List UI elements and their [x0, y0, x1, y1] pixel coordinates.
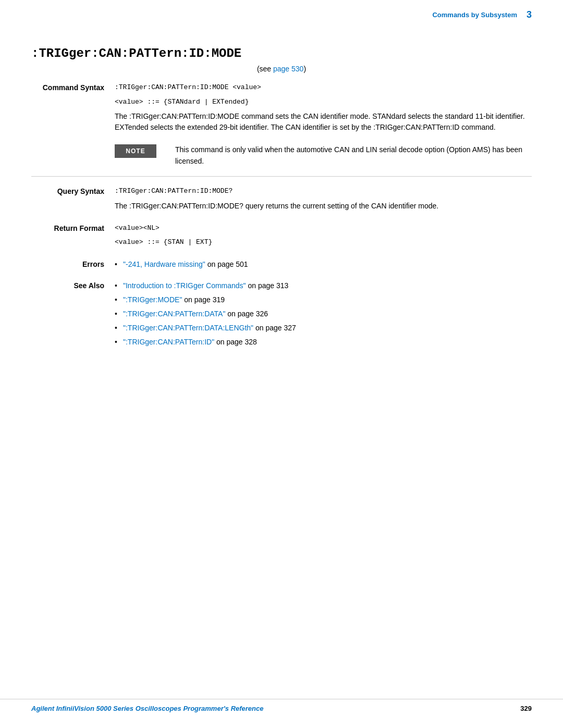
query-syntax-line1: :TRIGger:CAN:PATTern:ID:MODE?	[115, 186, 532, 196]
note-text: This command is only valid when the auto…	[175, 144, 532, 167]
return-format-line2: <value> ::= {STAN | EXT}	[115, 237, 532, 248]
header-page-number: 3	[527, 9, 532, 20]
command-title: :TRIGger:CAN:PATTern:ID:MODE	[31, 46, 532, 60]
see-also-link-0[interactable]: "Introduction to :TRIGger Commands"	[123, 281, 246, 290]
return-format-label: Return Format	[31, 223, 115, 232]
return-format-row: Return Format <value><NL> <value> ::= {S…	[31, 223, 532, 252]
command-syntax-line1: :TRIGger:CAN:PATTern:ID:MODE <value>	[115, 82, 532, 93]
page-header: Commands by Subsystem 3	[0, 0, 563, 26]
see-also-link-4[interactable]: ":TRIGger:CAN:PATTern:ID"	[123, 338, 214, 346]
see-also-suffix-4: on page 328	[214, 338, 257, 346]
note-right: NOTE This command is only valid when the…	[115, 144, 532, 167]
see-also-content: "Introduction to :TRIGger Commands" on p…	[115, 280, 532, 351]
note-label: NOTE	[115, 144, 156, 158]
footer-title: Agilent InfiniiVision 5000 Series Oscill…	[31, 705, 264, 712]
see-also-suffix-3: on page 327	[253, 324, 296, 332]
command-syntax-line2: <value> ::= {STANdard | EXTended}	[115, 97, 532, 107]
see-also-item-0: "Introduction to :TRIGger Commands" on p…	[115, 280, 532, 291]
see-also-link-1[interactable]: ":TRIGger:MODE"	[123, 295, 182, 304]
see-page-link[interactable]: page 530	[273, 65, 303, 73]
see-also-link-2[interactable]: ":TRIGger:CAN:PATTern:DATA"	[123, 310, 225, 318]
error-item-0: "-241, Hardware missing" on page 501	[115, 259, 532, 270]
error-link-0[interactable]: "-241, Hardware missing"	[123, 260, 205, 268]
footer-page-number: 329	[520, 705, 532, 712]
see-also-suffix-1: on page 319	[182, 295, 225, 304]
header-section-title: Commands by Subsystem	[432, 11, 517, 19]
return-format-line1: <value><NL>	[115, 223, 532, 233]
see-also-suffix-2: on page 326	[225, 310, 268, 318]
see-also-link-3[interactable]: ":TRIGger:CAN:PATTern:DATA:LENGth"	[123, 324, 253, 332]
command-syntax-label: Command Syntax	[31, 82, 115, 92]
return-format-content: <value><NL> <value> ::= {STAN | EXT}	[115, 223, 532, 252]
see-also-item-4: ":TRIGger:CAN:PATTern:ID" on page 328	[115, 337, 532, 348]
section-divider	[31, 176, 532, 177]
main-content: :TRIGger:CAN:PATTern:ID:MODE (see page 5…	[0, 26, 563, 389]
see-also-item-3: ":TRIGger:CAN:PATTern:DATA:LENGth" on pa…	[115, 323, 532, 334]
error-suffix-0: on page 501	[205, 260, 248, 268]
query-syntax-content: :TRIGger:CAN:PATTern:ID:MODE? The :TRIGg…	[115, 186, 532, 216]
note-row: NOTE This command is only valid when the…	[31, 144, 532, 167]
command-syntax-content: :TRIGger:CAN:PATTern:ID:MODE <value> <va…	[115, 82, 532, 137]
see-also-label: See Also	[31, 280, 115, 290]
errors-row: Errors "-241, Hardware missing" on page …	[31, 259, 532, 273]
errors-list: "-241, Hardware missing" on page 501	[115, 259, 532, 270]
see-also-row: See Also "Introduction to :TRIGger Comma…	[31, 280, 532, 351]
command-syntax-row: Command Syntax :TRIGger:CAN:PATTern:ID:M…	[31, 82, 532, 137]
command-syntax-description: The :TRIGger:CAN:PATTern:ID:MODE command…	[115, 111, 532, 133]
see-also-item-1: ":TRIGger:MODE" on page 319	[115, 294, 532, 305]
query-syntax-description: The :TRIGger:CAN:PATTern:ID:MODE? query …	[115, 201, 532, 212]
page: Commands by Subsystem 3 :TRIGger:CAN:PAT…	[0, 0, 563, 728]
see-also-list: "Introduction to :TRIGger Commands" on p…	[115, 280, 532, 348]
see-also-item-2: ":TRIGger:CAN:PATTern:DATA" on page 326	[115, 309, 532, 319]
errors-label: Errors	[31, 259, 115, 268]
errors-content: "-241, Hardware missing" on page 501	[115, 259, 532, 273]
query-syntax-label: Query Syntax	[31, 186, 115, 195]
query-syntax-row: Query Syntax :TRIGger:CAN:PATTern:ID:MOD…	[31, 186, 532, 216]
see-page-reference: (see page 530)	[31, 65, 532, 73]
see-also-suffix-0: on page 313	[246, 281, 289, 290]
page-footer: Agilent InfiniiVision 5000 Series Oscill…	[0, 699, 563, 712]
